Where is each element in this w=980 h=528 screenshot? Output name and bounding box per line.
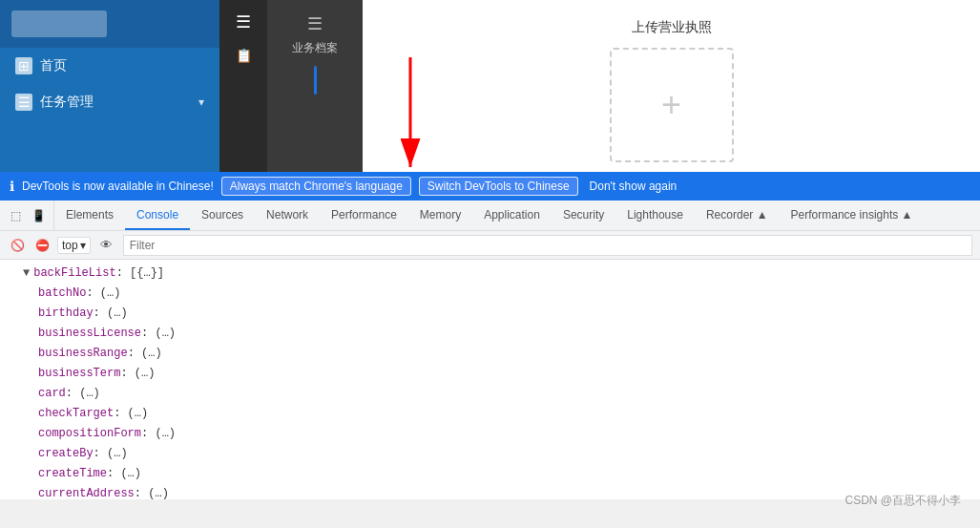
tab-application[interactable]: Application [472,201,552,230]
console-filter-input[interactable] [123,235,972,256]
tab-console[interactable]: Console [125,201,190,230]
tab-sources[interactable]: Sources [190,201,255,230]
toggle-icon[interactable]: ▼ [23,266,30,280]
csdn-watermark: CSDN @百思不得小李 [844,493,961,509]
home-icon: ⊞ [15,57,32,74]
console-line-createby: createBy: (…) [0,444,980,464]
main-content: 上传营业执照 + [363,0,980,172]
sidebar: ⊞ 首页 ☰ 任务管理 ▾ [0,0,219,172]
tab-elements[interactable]: Elements [54,201,125,230]
console-line-backfilelist: ▼backFileList: [{…}] [0,264,980,284]
console-line-businesslicense: businessLicense: (…) [0,324,980,344]
console-output: ▼backFileList: [{…}] batchNo: (…) birthd… [0,260,980,499]
sidebar-header [0,0,219,48]
info-icon: ℹ [10,179,14,194]
active-indicator [314,66,317,95]
sidebar-logo [11,11,107,37]
console-line-card: card: (…) [0,384,980,404]
console-line-compositionform: compositionForm: (…) [0,424,980,444]
second-col: ☰ 业务档案 [267,0,363,172]
tab-memory[interactable]: Memory [408,201,472,230]
console-line-businessterm: businessTerm: (…) [0,364,980,384]
devtools-left-icons: ⬚ 📱 [0,201,54,230]
sidebar-task-label: 任务管理 [40,94,94,111]
devtools-notification-bar: ℹ DevTools is now available in Chinese! … [0,172,980,201]
always-match-button[interactable]: Always match Chrome's language [221,177,411,196]
device-toolbar-icon[interactable]: 📱 [29,206,48,225]
task-icon: ☰ [15,94,32,111]
console-line-birthday: birthday: (…) [0,304,980,324]
notification-text: DevTools is now available in Chinese! [22,180,214,193]
console-line-createtime: createTime: (…) [0,464,980,484]
sidebar-item-home[interactable]: ⊞ 首页 [0,48,219,84]
inspect-element-icon[interactable]: ⬚ [6,206,25,225]
console-toolbar: 🚫 ⛔ top ▾ 👁 [0,231,980,260]
file-archive-icon: 📋 [236,48,252,63]
tab-lighthouse[interactable]: Lighthouse [615,201,695,230]
console-level-arrow: ▾ [80,239,86,252]
devtools-container: ℹ DevTools is now available in Chinese! … [0,172,980,499]
devtools-tabs-bar: ⬚ 📱 Elements Console Sources Network Per… [0,201,980,231]
second-col-label: 业务档案 [292,40,338,56]
tab-security[interactable]: Security [552,201,615,230]
console-line-checktarget: checkTarget: (…) [0,404,980,424]
upload-box[interactable]: + [610,48,734,162]
sidebar-home-label: 首页 [40,57,67,74]
console-level-label: top [62,239,78,252]
clear-console-icon[interactable]: 🚫 [8,236,27,255]
console-line-currentaddress: currentAddress: (…) [0,484,980,499]
console-line-batchno: batchNo: (…) [0,284,980,304]
console-line-businessrange: businessRange: (…) [0,344,980,364]
switch-devtools-button[interactable]: Switch DevTools to Chinese [419,177,578,196]
task-expand-icon: ▾ [198,95,204,109]
sidebar-item-task[interactable]: ☰ 任务管理 ▾ [0,84,219,120]
hamburger-col: ☰ 📋 [219,0,267,172]
tab-network[interactable]: Network [255,201,320,230]
console-level-select[interactable]: top ▾ [57,237,91,254]
tab-recorder[interactable]: Recorder ▲ [695,201,780,230]
dismiss-button[interactable]: Don't show again [590,180,678,193]
file-list-icon: ☰ [307,13,323,34]
tab-performance[interactable]: Performance [320,201,408,230]
hamburger-icon[interactable]: ☰ [236,11,251,32]
upload-plus-icon: + [661,88,681,122]
tab-perf-insights[interactable]: Performance insights ▲ [780,201,925,230]
upload-label: 上传营业执照 [632,19,712,36]
eye-icon[interactable]: 👁 [96,235,117,256]
filter-icon[interactable]: ⛔ [32,236,52,255]
